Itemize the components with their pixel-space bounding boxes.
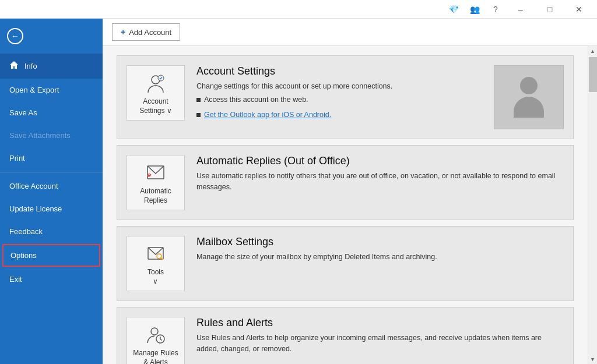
svg-point-4 bbox=[157, 254, 161, 259]
sidebar-item-save-attachments: Save Attachments bbox=[0, 124, 103, 147]
sidebar-item-print[interactable]: Print bbox=[0, 147, 103, 169]
mailbox-settings-desc: Manage the size of your mailbox by empty… bbox=[196, 252, 564, 263]
account-settings-bullet-text: Access this account on the web. bbox=[204, 96, 308, 104]
close-icon[interactable]: ✕ bbox=[566, 0, 592, 19]
rules-alerts-card: Manage Rules& Alerts Rules and Alerts Us… bbox=[117, 307, 574, 364]
title-bar: 💎 👥 ? – □ ✕ bbox=[0, 0, 597, 19]
svg-point-5 bbox=[151, 328, 158, 335]
account-settings-link-row: Get the Outlook app for iOS or Android. bbox=[196, 111, 482, 119]
automatic-replies-icon-box[interactable]: AutomaticReplies bbox=[127, 155, 185, 210]
rules-alerts-title: Rules and Alerts bbox=[196, 317, 564, 329]
user-avatar bbox=[494, 65, 564, 129]
account-settings-title: Account Settings bbox=[196, 65, 482, 77]
account-settings-desc: Change settings for this account or set … bbox=[196, 81, 482, 92]
mailbox-settings-body: Mailbox Settings Manage the size of your… bbox=[196, 236, 564, 266]
scroll-up-button[interactable]: ▲ bbox=[588, 46, 598, 56]
sidebar-item-open-export[interactable]: Open & Export bbox=[0, 79, 103, 101]
avatar-person bbox=[514, 77, 544, 118]
outlook-app-link[interactable]: Get the Outlook app for iOS or Android. bbox=[204, 111, 331, 119]
content-area: + Add Account bbox=[103, 19, 597, 364]
sidebar-nav: Info Open & Export Save As Save Attachme… bbox=[0, 54, 103, 291]
bullet-icon-2 bbox=[196, 113, 201, 117]
help-icon[interactable]: ? bbox=[486, 0, 505, 19]
automatic-replies-card: AutomaticReplies Automatic Replies (Out … bbox=[117, 145, 574, 220]
toolbar: + Add Account bbox=[103, 19, 597, 46]
rules-alerts-icon-box[interactable]: Manage Rules& Alerts bbox=[127, 317, 185, 364]
diamond-icon[interactable]: 💎 bbox=[444, 0, 463, 19]
account-settings-icon bbox=[145, 73, 166, 94]
avatar-body bbox=[514, 97, 544, 118]
account-settings-bullet-1: Access this account on the web. bbox=[196, 96, 482, 104]
tools-icon bbox=[145, 243, 166, 264]
bullet-icon bbox=[196, 98, 201, 102]
minimize-icon[interactable]: – bbox=[507, 0, 534, 19]
sidebar-item-update-license[interactable]: Update License bbox=[0, 197, 103, 220]
account-settings-card: AccountSettings ∨ Account Settings Chang… bbox=[117, 55, 574, 139]
mailbox-settings-icon-box[interactable]: Tools∨ bbox=[127, 236, 185, 291]
sidebar-divider bbox=[0, 172, 103, 172]
sidebar-item-feedback[interactable]: Feedback bbox=[0, 220, 103, 243]
mailbox-settings-card: Tools∨ Mailbox Settings Manage the size … bbox=[117, 226, 574, 301]
manage-rules-icon bbox=[145, 324, 166, 345]
avatar-head bbox=[520, 77, 538, 94]
account-settings-icon-label: AccountSettings ∨ bbox=[139, 97, 172, 115]
rules-alerts-desc: Use Rules and Alerts to help organize yo… bbox=[196, 333, 564, 355]
account-settings-body: Account Settings Change settings for thi… bbox=[196, 65, 482, 121]
account-settings-icon-box[interactable]: AccountSettings ∨ bbox=[127, 65, 185, 121]
main-content-wrapper: AccountSettings ∨ Account Settings Chang… bbox=[103, 46, 597, 364]
mailbox-settings-title: Mailbox Settings bbox=[196, 236, 564, 248]
automatic-replies-body: Automatic Replies (Out of Office) Use au… bbox=[196, 155, 564, 196]
scroll-thumb[interactable] bbox=[589, 57, 597, 92]
automatic-replies-icon bbox=[145, 162, 166, 183]
app-body: ← Info Open & Export Save As bbox=[0, 19, 597, 364]
main-content: AccountSettings ∨ Account Settings Chang… bbox=[103, 46, 588, 364]
automatic-replies-desc: Use automatic replies to notify others t… bbox=[196, 171, 564, 193]
back-circle-icon: ← bbox=[7, 28, 23, 44]
scroll-track bbox=[588, 56, 597, 354]
mailbox-settings-icon-label: Tools∨ bbox=[148, 268, 164, 286]
rules-alerts-icon-label: Manage Rules& Alerts bbox=[133, 349, 178, 364]
back-button[interactable]: ← bbox=[0, 19, 103, 54]
plus-icon: + bbox=[121, 27, 125, 37]
rules-alerts-body: Rules and Alerts Use Rules and Alerts to… bbox=[196, 317, 564, 358]
maximize-icon[interactable]: □ bbox=[536, 0, 563, 19]
scroll-down-button[interactable]: ▼ bbox=[588, 354, 598, 364]
sidebar-item-office-account[interactable]: Office Account bbox=[0, 175, 103, 197]
automatic-replies-title: Automatic Replies (Out of Office) bbox=[196, 155, 564, 167]
automatic-replies-icon-label: AutomaticReplies bbox=[140, 187, 171, 205]
sidebar-item-info[interactable]: Info bbox=[0, 54, 103, 79]
add-account-button[interactable]: + Add Account bbox=[112, 23, 180, 41]
sidebar-item-exit[interactable]: Exit bbox=[0, 268, 103, 291]
sidebar: ← Info Open & Export Save As bbox=[0, 19, 103, 364]
people-icon[interactable]: 👥 bbox=[465, 0, 484, 19]
sidebar-item-options[interactable]: Options bbox=[2, 244, 100, 267]
sidebar-item-save-as[interactable]: Save As bbox=[0, 101, 103, 124]
window-controls: 💎 👥 ? – □ ✕ bbox=[444, 0, 592, 19]
scrollbar: ▲ ▼ bbox=[588, 46, 597, 364]
home-icon bbox=[9, 61, 19, 72]
